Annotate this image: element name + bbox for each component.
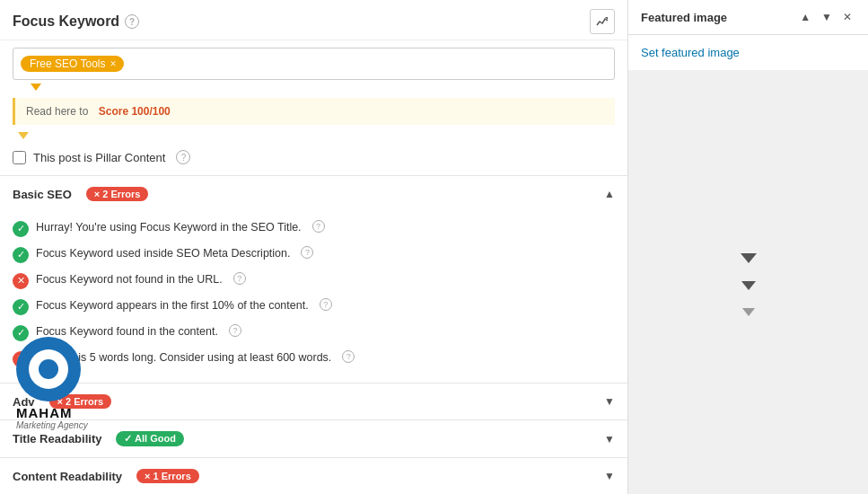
- advanced-seo-badge: × 2 Errors: [49, 394, 112, 409]
- score-banner-text: Read here to: [26, 105, 88, 118]
- focus-keyword-title: Focus Keyword: [13, 13, 119, 30]
- scroll-arrow-3[interactable]: [739, 304, 758, 320]
- checklist-item-text: Focus Keyword used inside SEO Meta Descr…: [36, 246, 290, 262]
- check-good-icon: ✓: [13, 221, 29, 237]
- checklist-item-text: Focus Keyword found in the content.: [36, 324, 218, 340]
- basic-seo-title: Basic SEO: [13, 188, 72, 201]
- focus-keyword-title-row: Focus Keyword ?: [13, 13, 139, 30]
- checklist-item: ✓ Focus Keyword appears in the first 10%…: [13, 294, 615, 320]
- focus-keyword-help-icon[interactable]: ?: [125, 14, 139, 29]
- checklist-item-text: Focus Keyword appears in the first 10% o…: [36, 298, 309, 314]
- side-panel: Featured image ▲ ▼ ✕ Set featured image: [628, 0, 868, 494]
- item-help-icon-2[interactable]: ?: [301, 246, 313, 259]
- advanced-seo-section-row[interactable]: Adv × 2 Errors ▼: [0, 383, 627, 419]
- advanced-seo-chevron: ▼: [604, 395, 615, 408]
- featured-image-down-arrow[interactable]: ▼: [818, 9, 836, 25]
- title-readability-section-row[interactable]: Title Readability ✓ All Good ▼: [0, 419, 627, 457]
- basic-seo-checklist: ✓ Hurray! You're using Focus Keyword in …: [0, 212, 627, 383]
- featured-image-title: Featured image: [641, 11, 727, 24]
- keyword-tag: Free SEO Tools ×: [21, 56, 124, 72]
- advanced-seo-title: Adv: [13, 395, 35, 409]
- featured-image-close[interactable]: ✕: [839, 9, 855, 25]
- keyword-tag-input[interactable]: Free SEO Tools ×: [13, 48, 615, 80]
- chart-icon-button[interactable]: [590, 9, 615, 34]
- check-bad-icon: ✕: [13, 351, 29, 367]
- title-readability-chevron: ▼: [604, 433, 615, 445]
- scroll-arrow-1[interactable]: [737, 250, 760, 267]
- score-link[interactable]: Score 100/100: [99, 105, 171, 118]
- content-readability-title: Content Readability: [13, 470, 122, 483]
- content-readability-chevron: ▼: [604, 470, 615, 482]
- score-dropdown-arrow: [18, 132, 29, 139]
- content-readability-badge: × 1 Errors: [136, 469, 199, 483]
- item-help-icon-6[interactable]: ?: [342, 350, 355, 363]
- check-good-icon: ✓: [13, 325, 29, 341]
- content-readability-section-row[interactable]: Content Readability × 1 Errors ▼: [0, 457, 627, 494]
- focus-keyword-header: Focus Keyword ?: [0, 0, 627, 40]
- score-banner: Read here to Score 100/100: [13, 98, 615, 125]
- checklist-item: ✕ Content is 5 words long. Consider usin…: [13, 346, 615, 372]
- title-readability-badge: ✓ All Good: [116, 431, 183, 446]
- checklist-item-text: Focus Keyword not found in the URL.: [36, 272, 223, 288]
- checklist-item: ✕ Focus Keyword not found in the URL. ?: [13, 268, 615, 294]
- item-help-icon-3[interactable]: ?: [233, 272, 246, 285]
- checklist-item-text: Hurray! You're using Focus Keyword in th…: [36, 220, 302, 236]
- pillar-label: This post is Pillar Content: [33, 151, 165, 164]
- check-bad-icon: ✕: [13, 273, 29, 289]
- item-help-icon-4[interactable]: ?: [320, 298, 332, 311]
- title-readability-section-left: Title Readability ✓ All Good: [13, 431, 184, 446]
- featured-image-up-arrow[interactable]: ▲: [796, 9, 814, 25]
- keyword-tag-remove[interactable]: ×: [110, 58, 116, 69]
- checklist-item: ✓ Focus Keyword found in the content. ?: [13, 320, 615, 346]
- checklist-item: ✓ Hurray! You're using Focus Keyword in …: [13, 216, 615, 242]
- basic-seo-section-left: Basic SEO × 2 Errors: [13, 187, 148, 201]
- checklist-item-text: Content is 5 words long. Consider using …: [36, 350, 331, 366]
- keyword-input-wrap: Free SEO Tools ×: [0, 40, 627, 98]
- set-featured-image-link[interactable]: Set featured image: [628, 35, 868, 70]
- title-readability-title: Title Readability: [13, 432, 101, 445]
- checklist-item: ✓ Focus Keyword used inside SEO Meta Des…: [13, 242, 615, 268]
- basic-seo-chevron: ▲: [604, 188, 615, 200]
- content-readability-section-left: Content Readability × 1 Errors: [13, 469, 199, 483]
- basic-seo-badge: × 2 Errors: [86, 187, 149, 201]
- keyword-tag-label: Free SEO Tools: [30, 57, 105, 70]
- pillar-row: This post is Pillar Content ?: [0, 145, 627, 175]
- advanced-seo-section-left: Adv × 2 Errors: [13, 394, 111, 409]
- keyword-dropdown-arrow: [31, 84, 41, 91]
- item-help-icon-1[interactable]: ?: [312, 220, 325, 233]
- pillar-help-icon[interactable]: ?: [176, 150, 190, 164]
- header-arrows: ▲ ▼ ✕: [796, 9, 855, 25]
- side-scroll-arrows: [628, 70, 868, 320]
- check-good-icon: ✓: [13, 247, 29, 263]
- featured-image-header: Featured image ▲ ▼ ✕: [628, 0, 868, 35]
- check-good-icon: ✓: [13, 299, 29, 315]
- scroll-arrow-2[interactable]: [738, 278, 759, 294]
- pillar-checkbox[interactable]: [13, 151, 26, 164]
- item-help-icon-5[interactable]: ?: [229, 324, 241, 337]
- basic-seo-section-row[interactable]: Basic SEO × 2 Errors ▲: [0, 175, 627, 212]
